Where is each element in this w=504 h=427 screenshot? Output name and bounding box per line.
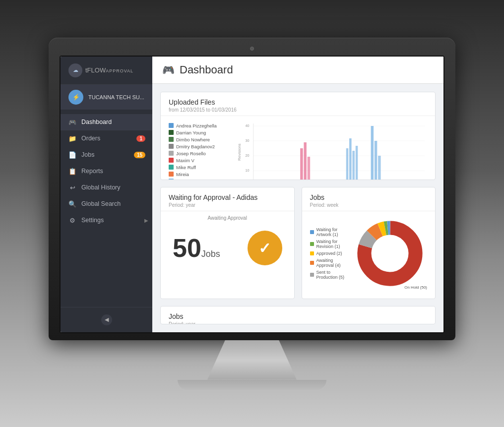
card-title: Jobs — [310, 193, 428, 201]
legend-label: Dimbo Nowhere — [176, 137, 210, 142]
legend-label: Andrea Pizzeghella — [176, 123, 217, 128]
legend-dot — [310, 261, 314, 265]
card-date-range: from 12/03/2015 to 01/03/2016 — [169, 107, 427, 113]
legend-dot — [310, 242, 314, 246]
legend-item: Dmitry Bagdanov2 — [169, 144, 228, 149]
dashboard-header-icon: 🎮 — [162, 64, 175, 76]
svg-text:40: 40 — [246, 123, 250, 127]
legend-color — [169, 123, 174, 128]
main-header: 🎮 Dashboard — [152, 57, 443, 84]
svg-text:10: 10 — [246, 168, 250, 172]
legend-label: Darrian Young — [176, 130, 206, 135]
legend-item: Waiting for Artwork (1) — [310, 227, 345, 237]
legend-color — [169, 158, 174, 163]
sidebar-item-reports[interactable]: 📋 Reports — [61, 163, 152, 180]
orders-icon: 📁 — [68, 135, 76, 142]
logo-text: tFLOWAPPROVAL — [85, 66, 133, 74]
sidebar-item-label: Jobs — [81, 151, 94, 158]
sidebar-item-orders[interactable]: 📁 Orders 1 — [61, 130, 152, 147]
search-icon: 🔍 — [68, 200, 76, 208]
legend-item: Tucanna Tech Support — [169, 179, 228, 181]
legend-item: Maxim V — [169, 158, 228, 163]
card-title: Uploaded Files — [169, 98, 427, 106]
legend-dot — [310, 251, 314, 255]
on-hold-label: On Hold (50) — [404, 285, 427, 290]
legend-label: Josep Rosello — [176, 151, 206, 156]
svg-rect-19 — [356, 146, 358, 181]
sidebar-item-settings[interactable]: ⚙ Settings ▶ — [61, 212, 152, 229]
sidebar-item-label: Global History — [81, 184, 121, 191]
legend-item: Mike Ruff — [169, 165, 228, 170]
legend-item: Awaiting Approval (4) — [310, 258, 345, 268]
sidebar-nav: 🎮 Dashboard 📁 Orders 1 📄 Jobs 15 📋 — [61, 110, 152, 307]
svg-rect-17 — [349, 138, 352, 181]
reports-icon: 📋 — [68, 168, 76, 175]
sidebar-item-label: Settings — [81, 217, 104, 224]
legend-item: Approved (2) — [310, 251, 345, 256]
legend-item: Dimbo Nowhere — [169, 137, 228, 142]
card-header: Waiting for Approval - Adidas Period: ye… — [161, 187, 294, 211]
legend-label: Sent to Production (5) — [316, 270, 345, 280]
legend-color — [169, 151, 174, 156]
bar-chart-svg: 40 30 20 10 0 Revisions — [238, 121, 427, 181]
sidebar: ☁ tFLOWAPPROVAL ⚡ TUCANNA TECH SU... 🎮 D… — [61, 57, 152, 332]
settings-icon: ⚙ — [68, 217, 76, 224]
svg-text:20: 20 — [246, 153, 250, 157]
svg-rect-16 — [346, 148, 349, 181]
legend-label: Maxim V — [176, 158, 194, 163]
legend-color — [169, 130, 174, 135]
dashboard-grid: Uploaded Files from 12/03/2015 to 01/03/… — [152, 84, 443, 332]
jobs-unit: Jobs — [201, 249, 220, 259]
logo-icon: ☁ — [68, 63, 82, 77]
sidebar-item-label: Orders — [81, 135, 100, 142]
sidebar-bottom: ◀ — [61, 307, 152, 332]
collapse-button[interactable]: ◀ — [101, 314, 112, 325]
sidebar-logo: ☁ tFLOWAPPROVAL — [61, 57, 152, 85]
card-title: Jobs — [169, 312, 427, 320]
card-header: Jobs Period: year — [161, 306, 435, 324]
chart-container: Andrea Pizzeghella Darrian Young Dimbo N… — [161, 116, 435, 181]
waiting-approval-card: Waiting for Approval - Adidas Period: ye… — [160, 187, 295, 299]
legend-label: Tucanna Tech Support — [176, 179, 223, 181]
jobs-bottom-card: Jobs Period: year — [160, 306, 436, 324]
monitor-wrapper: ☁ tFLOWAPPROVAL ⚡ TUCANNA TECH SU... 🎮 D… — [49, 38, 455, 390]
sidebar-item-dashboard[interactable]: 🎮 Dashboard — [61, 114, 152, 130]
svg-rect-21 — [375, 141, 377, 181]
legend-color — [169, 179, 174, 180]
legend-color — [169, 172, 174, 177]
dashboard-icon: 🎮 — [68, 119, 76, 126]
donut-chart-svg — [353, 216, 427, 291]
legend-label: Waiting for Artwork (1) — [316, 227, 345, 237]
sidebar-item-jobs[interactable]: 📄 Jobs 15 — [61, 147, 152, 163]
card-period: Period: year — [169, 321, 427, 324]
card-header: Jobs Period: week — [302, 187, 436, 211]
svg-rect-14 — [304, 142, 306, 181]
approval-count-wrapper: 50Jobs — [173, 235, 220, 261]
legend-color — [169, 144, 174, 149]
sidebar-item-global-history[interactable]: ↩ Global History — [61, 180, 152, 196]
avatar: ⚡ — [68, 90, 83, 105]
chart-legend: Andrea Pizzeghella Darrian Young Dimbo N… — [169, 121, 228, 181]
jobs-badge: 15 — [134, 152, 145, 158]
legend-color — [169, 165, 174, 170]
approval-big: 50Jobs — [161, 221, 294, 275]
monitor-base — [178, 380, 326, 390]
svg-text:Revisions: Revisions — [238, 143, 242, 161]
uploaded-files-card: Uploaded Files from 12/03/2015 to 01/03/… — [160, 92, 436, 181]
camera — [250, 47, 254, 51]
svg-point-40 — [372, 236, 407, 271]
donut-legend: Waiting for Artwork (1) Waiting for Revi… — [310, 227, 345, 280]
chevron-right-icon: ▶ — [144, 218, 148, 223]
card-period: Period: year — [169, 202, 286, 208]
legend-dot — [310, 230, 314, 234]
sidebar-item-label: Dashboard — [81, 119, 112, 125]
legend-label: Dmitry Bagdanov2 — [176, 144, 215, 149]
legend-label: Approved (2) — [316, 251, 342, 256]
awaiting-label: Awaiting Approval — [161, 211, 294, 221]
sidebar-user[interactable]: ⚡ TUCANNA TECH SU... — [61, 85, 152, 110]
approval-icon — [248, 231, 282, 265]
legend-label: Awaiting Approval (4) — [316, 258, 345, 268]
jobs-count: 50 — [173, 234, 201, 262]
sidebar-item-global-search[interactable]: 🔍 Global Search — [61, 196, 152, 212]
jobs-icon: 📄 — [68, 151, 76, 159]
